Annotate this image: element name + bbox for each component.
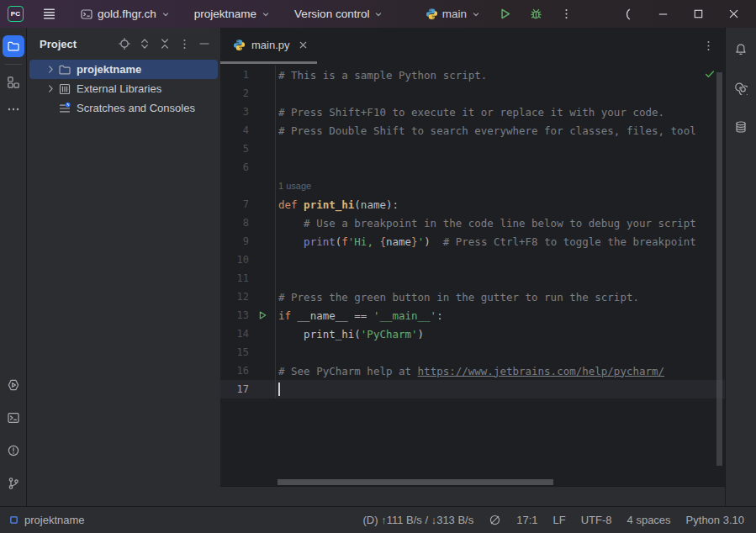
network-speed-widget[interactable]: (D) ↑111 B/s / ↓313 B/s xyxy=(363,514,474,526)
chevron-right-icon[interactable] xyxy=(45,63,58,76)
code-line[interactable]: 7def print_hi(name): xyxy=(220,195,725,214)
line-number[interactable]: 15 xyxy=(220,346,249,358)
encoding-widget[interactable]: UTF-8 xyxy=(581,514,612,526)
inlay-row[interactable]: 1 usage xyxy=(220,177,725,195)
select-opened-file-button[interactable] xyxy=(117,36,132,51)
line-number[interactable]: 5 xyxy=(220,143,249,155)
code-line[interactable]: 9 print(f'Hi, {name}') # Press Ctrl+F8 t… xyxy=(220,232,725,251)
line-number[interactable]: 1 xyxy=(220,69,249,81)
indent-widget[interactable]: 4 spaces xyxy=(627,514,671,526)
tree-item-scratches-and-consoles[interactable]: Scratches and Consoles xyxy=(29,98,218,118)
more-tool-windows-button[interactable] xyxy=(3,98,24,120)
project-tool-button[interactable] xyxy=(3,35,24,57)
tree-item-projektname[interactable]: projektname xyxy=(29,60,218,79)
project-status-icon xyxy=(8,515,19,525)
terminal-tool-button[interactable] xyxy=(3,407,24,429)
status-project-label: projektname xyxy=(24,514,85,526)
version-control-tool-button[interactable] xyxy=(3,472,24,494)
code-line[interactable]: 17 xyxy=(220,380,725,398)
line-separator-widget[interactable]: LF xyxy=(553,514,566,526)
tab-options-button[interactable] xyxy=(692,28,725,64)
code-token xyxy=(278,235,304,248)
debug-button[interactable] xyxy=(524,3,548,24)
line-number[interactable]: 10 xyxy=(220,254,249,266)
status-widgets: (D) ↑111 B/s / ↓313 B/s17:1LFUTF-84 spac… xyxy=(363,514,745,526)
line-number[interactable]: 8 xyxy=(220,217,249,229)
vertical-scrollbar[interactable] xyxy=(716,72,722,466)
code-line[interactable]: 2 xyxy=(220,84,725,103)
usages-inlay-hint[interactable]: 1 usage xyxy=(278,181,311,191)
line-number[interactable]: 6 xyxy=(220,161,249,173)
inspections-widget[interactable] xyxy=(489,514,501,526)
run-tool-button[interactable] xyxy=(3,374,24,396)
minimize-window-button[interactable] xyxy=(645,3,680,26)
line-number[interactable]: 17 xyxy=(220,383,249,395)
project-selector[interactable]: projektname xyxy=(189,4,276,24)
code-line[interactable]: 10 xyxy=(220,251,725,269)
line-number[interactable]: 9 xyxy=(220,235,249,247)
code-editor[interactable]: 1# This is a sample Python script.23# Pr… xyxy=(220,64,725,486)
code-line-text: # Press Double Shift to search everywher… xyxy=(276,124,696,137)
run-config-selector[interactable]: main xyxy=(420,4,486,24)
vcs-selector[interactable]: Version control xyxy=(289,4,389,24)
more-actions-button[interactable] xyxy=(555,4,578,24)
problems-tool-button[interactable] xyxy=(3,440,24,462)
interpreter-widget[interactable]: Python 3.10 xyxy=(686,514,744,526)
remote-host-selector[interactable]: gold.fhgr.ch xyxy=(75,4,176,24)
expand-all-button[interactable] xyxy=(137,36,152,51)
code-line[interactable]: 6 xyxy=(220,158,725,177)
code-line[interactable]: 13if __name__ == '__main__': xyxy=(220,306,725,325)
code-line[interactable]: 5 xyxy=(220,140,725,158)
run-button[interactable] xyxy=(493,3,517,24)
run-line-icon[interactable] xyxy=(249,310,275,320)
line-number[interactable]: 4 xyxy=(220,124,249,136)
inspection-ok-icon[interactable] xyxy=(704,68,716,80)
code-line[interactable]: 12# Press the green button in the gutter… xyxy=(220,288,725,306)
terminal-icon xyxy=(7,411,20,425)
line-number[interactable]: 13 xyxy=(220,309,249,321)
structure-tool-button[interactable] xyxy=(3,71,24,93)
close-window-button[interactable] xyxy=(716,3,751,26)
ai-assistant-button[interactable] xyxy=(730,77,752,99)
line-number[interactable]: 3 xyxy=(220,106,249,118)
line-number[interactable]: 16 xyxy=(220,365,249,377)
code-line[interactable]: 14 print_hi('PyCharm') xyxy=(220,325,725,343)
notifications-button[interactable] xyxy=(730,39,752,61)
collapse-icon xyxy=(158,37,172,50)
line-number[interactable]: 12 xyxy=(220,291,249,303)
code-line[interactable]: 8 # Use a breakpoint in the code line be… xyxy=(220,214,725,232)
code-line[interactable]: 15 xyxy=(220,343,725,361)
code-line[interactable]: 4# Press Double Shift to search everywhe… xyxy=(220,121,725,140)
hamburger-icon xyxy=(42,7,56,21)
code-line[interactable]: 16# See PyCharm help at https://www.jetb… xyxy=(220,361,725,380)
line-number[interactable]: 14 xyxy=(220,328,249,340)
hide-panel-button[interactable] xyxy=(197,36,212,51)
run-config-label: main xyxy=(442,8,467,20)
line-number[interactable]: 11 xyxy=(220,272,249,284)
tab-label: main.py xyxy=(251,39,290,51)
main-menu-button[interactable] xyxy=(37,3,61,24)
crescent-icon[interactable] xyxy=(610,3,645,26)
editor-tab-main-py[interactable]: main.py xyxy=(220,28,317,64)
code-line-text: # This is a sample Python script. xyxy=(276,69,487,82)
maximize-window-button[interactable] xyxy=(680,3,716,26)
vcs-selector-label: Version control xyxy=(294,8,369,20)
tree-item-external-libraries[interactable]: External Libraries xyxy=(29,79,218,98)
code-token: { xyxy=(379,235,386,248)
gutter: 14 xyxy=(220,325,276,343)
chevron-right-icon[interactable] xyxy=(45,82,58,95)
line-number[interactable]: 2 xyxy=(220,87,249,99)
folder-icon xyxy=(7,40,20,53)
database-button[interactable] xyxy=(730,116,752,138)
code-line[interactable]: 1# This is a sample Python script. xyxy=(220,66,725,84)
close-tab-button[interactable] xyxy=(298,40,309,50)
code-line[interactable]: 3# Press Shift+F10 to execute it or repl… xyxy=(220,103,725,121)
gutter: 7 xyxy=(220,195,276,214)
line-number[interactable]: 7 xyxy=(220,198,249,210)
caret-position-widget[interactable]: 17:1 xyxy=(516,514,537,526)
code-line[interactable]: 11 xyxy=(220,269,725,288)
gutter: 8 xyxy=(220,214,276,232)
panel-options-button[interactable] xyxy=(177,37,192,51)
horizontal-scrollbar[interactable] xyxy=(278,479,553,485)
collapse-all-button[interactable] xyxy=(157,36,172,51)
